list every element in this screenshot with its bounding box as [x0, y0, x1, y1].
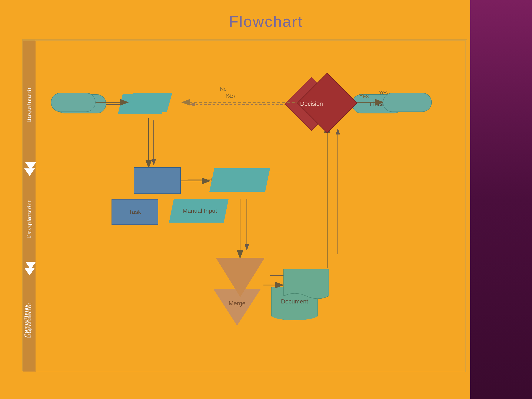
- manual-input-node: [209, 168, 270, 192]
- lane-1-text: Department: [23, 41, 36, 167]
- right-panel: [470, 0, 532, 399]
- decision-diamond-inner: [297, 73, 357, 133]
- svg-text:No: No: [227, 93, 235, 99]
- chevron-1: [25, 162, 36, 171]
- merge-label: [216, 262, 265, 283]
- lane-divider-line-1: [23, 167, 465, 167]
- input-node: [127, 93, 172, 112]
- main-flowchart: Department Department Department Group T…: [23, 40, 466, 372]
- lane-2-text: Department: [23, 167, 36, 266]
- svg-text:Yes: Yes: [359, 93, 369, 99]
- task-node: [134, 167, 181, 194]
- arrows-svg: No Yes: [23, 41, 465, 372]
- decision-node-wrapper: [297, 73, 357, 133]
- lane-divider-line-2: [23, 266, 465, 266]
- svg-marker-11: [25, 162, 36, 170]
- start-node: [51, 93, 95, 112]
- page-title: Flowchart: [229, 13, 303, 30]
- finish-node: [383, 93, 432, 112]
- group-three-text: Group Three: [23, 266, 30, 372]
- document-node: [283, 268, 330, 302]
